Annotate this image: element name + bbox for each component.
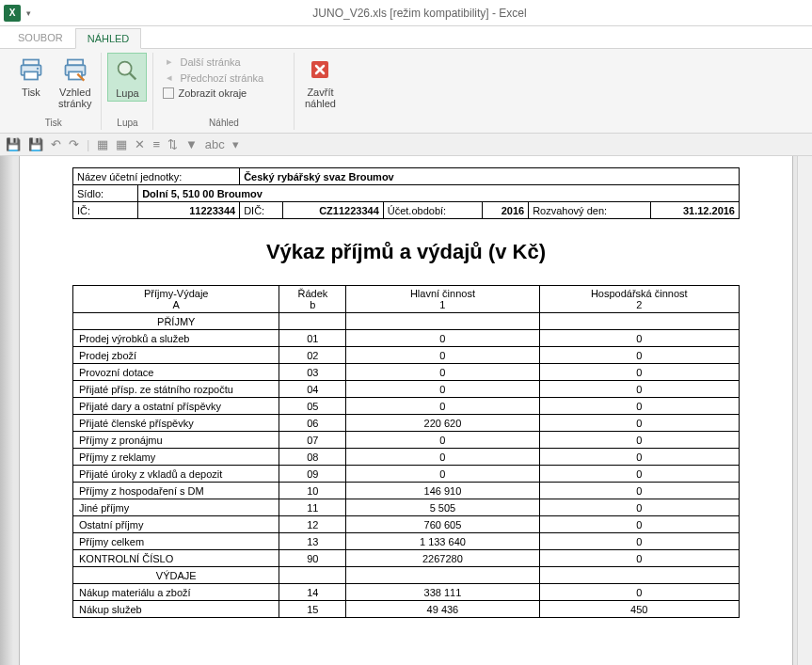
table-row: Příjmy z reklamy0800 — [73, 449, 740, 466]
group-label-close — [300, 116, 340, 130]
printer-icon — [16, 55, 46, 85]
table-row: Přijaté úroky z vkladů a depozit0900 — [73, 466, 740, 483]
balance-day-label: Rozvahový den: — [529, 202, 650, 219]
row-label: Ostatní příjmy — [73, 516, 279, 533]
qat-saveas-icon[interactable]: 💾 — [28, 137, 43, 151]
row-number: 04 — [279, 381, 346, 398]
zoom-label: Lupa — [116, 87, 138, 99]
economic-activity-value: 0 — [539, 381, 739, 398]
period-value: 2016 — [482, 202, 528, 219]
row-number: 08 — [279, 449, 346, 466]
qat-deleterow-icon[interactable]: ✕ — [135, 137, 145, 151]
vertical-scrollbar[interactable] — [797, 156, 812, 665]
print-button[interactable]: Tisk — [11, 53, 51, 100]
empty-cell — [539, 567, 739, 584]
economic-activity-value: 0 — [539, 449, 739, 466]
row-number: 03 — [279, 364, 346, 381]
row-label: Jiné příjmy — [73, 499, 279, 516]
section-label: PŘÍJMY — [73, 313, 279, 330]
main-activity-value: 0 — [346, 466, 539, 483]
close-preview-button[interactable]: Zavřít náhled — [300, 53, 340, 111]
table-row: Prodej zboží0200 — [73, 347, 740, 364]
ic-label: IČ: — [73, 202, 138, 219]
seat-value: Dolní 5, 510 00 Broumov — [138, 185, 740, 202]
qat-filter-icon[interactable]: ▼ — [185, 137, 198, 151]
qat-undo-icon[interactable]: ↶ — [51, 137, 61, 151]
row-label: Nákup služeb — [73, 601, 279, 618]
show-margins-checkbox[interactable]: Zobrazit okraje — [159, 87, 267, 100]
empty-cell — [539, 313, 739, 330]
economic-activity-value: 0 — [539, 533, 739, 550]
zoom-button[interactable]: Lupa — [107, 53, 147, 102]
dic-value: CZ11223344 — [282, 202, 383, 219]
row-number: 01 — [279, 330, 346, 347]
main-activity-value: 0 — [346, 364, 539, 381]
qat-insertrow-icon[interactable]: ≡ — [152, 137, 160, 151]
row-number: 15 — [279, 601, 346, 618]
table-row: Nákup materiálu a zboží14338 1110 — [73, 584, 740, 601]
ribbon-group-close: Zavřít náhled — [295, 53, 345, 130]
qat-border-icon[interactable]: ▦ — [97, 137, 108, 151]
report-title: Výkaz příjmů a výdajů (v Kč) — [72, 240, 740, 264]
seat-label: Sídlo: — [73, 185, 138, 202]
col-a-header: Příjmy-VýdajeA — [73, 286, 279, 313]
table-row: Přijaté členské příspěvky06220 6200 — [73, 415, 740, 432]
page-layout-icon — [60, 55, 90, 85]
qat-sort-icon[interactable]: ⇅ — [167, 137, 178, 151]
table-row: Sídlo: Dolní 5, 510 00 Broumov — [73, 185, 740, 202]
row-label: Prodej výrobků a služeb — [73, 330, 279, 347]
qat-redo-icon[interactable]: ↷ — [69, 137, 79, 151]
economic-activity-value: 0 — [539, 432, 739, 449]
qat-save-icon[interactable]: 💾 — [6, 137, 21, 151]
prev-page-button[interactable]: ◂ Předchozí stránka — [159, 71, 267, 85]
table-row: KONTROLNÍ ČÍSLO9022672800 — [73, 550, 740, 567]
table-header-row: Příjmy-VýdajeA Řádekb Hlavní činnost1 Ho… — [73, 286, 740, 313]
qat-border2-icon[interactable]: ▦ — [116, 137, 127, 151]
tab-file[interactable]: SOUBOR — [6, 27, 75, 48]
row-number: 10 — [279, 483, 346, 499]
qat-more-icon[interactable]: ▾ — [232, 137, 239, 151]
name-value: Český rybářský svaz Broumov — [240, 168, 740, 185]
name-label: Název účetní jednotky: — [73, 168, 240, 185]
row-label: Přijaté dary a ostatní příspěvky — [73, 398, 279, 415]
row-label: KONTROLNÍ ČÍSLO — [73, 550, 279, 567]
row-number: 13 — [279, 533, 346, 550]
close-icon — [305, 55, 335, 85]
main-activity-value: 5 505 — [346, 499, 539, 516]
svg-point-3 — [37, 68, 39, 70]
empty-cell — [346, 313, 539, 330]
table-row: Příjmy celkem131 133 6400 — [73, 533, 740, 550]
row-label: Příjmy z pronájmu — [73, 432, 279, 449]
table-row: Příjmy z pronájmu0700 — [73, 432, 740, 449]
report-header-table: Název účetní jednotky: Český rybářský sv… — [72, 167, 740, 219]
empty-cell — [279, 313, 346, 330]
tab-preview[interactable]: NÁHLED — [75, 28, 142, 49]
row-label: Přijaté členské příspěvky — [73, 415, 279, 432]
row-number: 90 — [279, 550, 346, 567]
economic-activity-value: 0 — [539, 550, 739, 567]
group-label-print: Tisk — [11, 116, 95, 130]
section-row: PŘÍJMY — [73, 313, 740, 330]
page-layout-button[interactable]: Vzhled stránky — [55, 53, 95, 111]
period-label: Účet.období: — [383, 202, 482, 219]
next-page-label: Další stránka — [180, 56, 240, 68]
qat-strike-icon[interactable]: abc — [205, 137, 225, 151]
group-label-preview: Náhled — [159, 116, 288, 130]
section-label: VÝDAJE — [73, 567, 279, 584]
main-activity-value: 760 605 — [346, 516, 539, 533]
section-row: VÝDAJE — [73, 567, 740, 584]
group-label-zoom: Lupa — [107, 116, 147, 130]
checkbox-icon — [163, 87, 174, 99]
row-label: Příjmy z hospodaření s DM — [73, 483, 279, 499]
economic-activity-value: 0 — [539, 516, 739, 533]
quick-access-toolbar: 💾 💾 ↶ ↷ | ▦ ▦ ✕ ≡ ⇅ ▼ abc ▾ — [0, 134, 812, 156]
ribbon-group-print: Tisk Vzhled stránky Tisk — [6, 53, 102, 130]
row-number: 14 — [279, 584, 346, 601]
dic-label: DIČ: — [240, 202, 283, 219]
row-label: Příjmy celkem — [73, 533, 279, 550]
main-activity-value: 0 — [346, 381, 539, 398]
svg-rect-2 — [24, 71, 38, 79]
row-label: Provozní dotace — [73, 364, 279, 381]
economic-activity-value: 0 — [539, 483, 739, 499]
next-page-button[interactable]: ▸ Další stránka — [159, 55, 267, 69]
